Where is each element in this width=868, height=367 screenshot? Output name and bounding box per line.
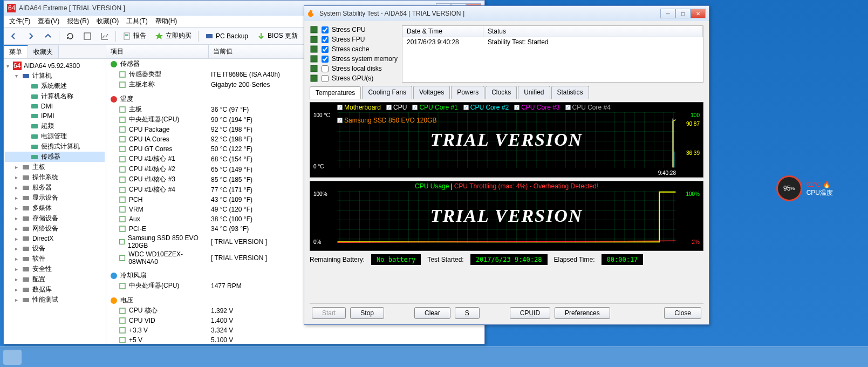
legend-checkbox[interactable]: ✓ (565, 105, 571, 110)
graph-tab[interactable]: Voltages (413, 86, 450, 99)
list-row[interactable]: +5 V5.100 V (106, 335, 484, 344)
stress-option[interactable]: Stress FPU (310, 35, 398, 44)
bios-update-button[interactable]: BIOS 更新 (254, 29, 301, 43)
stress-checkbox[interactable] (322, 65, 329, 72)
list-row[interactable]: +3.3 V3.324 V (106, 325, 484, 335)
menu-item[interactable]: 帮助(H) (152, 16, 181, 27)
stress-checkbox[interactable] (322, 36, 329, 43)
tree-item[interactable]: ▸服务器 (5, 182, 105, 193)
svg-rect-39 (120, 137, 125, 142)
tab-menu[interactable]: 菜单 (4, 45, 28, 58)
start-button[interactable] (3, 350, 22, 365)
tree-item[interactable]: ▸存储设备 (5, 213, 105, 223)
preferences-button[interactable]: Preferences (555, 307, 610, 319)
stress-checkbox[interactable] (322, 56, 329, 63)
report-button[interactable]: 报告 (119, 29, 149, 43)
tree-item[interactable]: ▸主板 (5, 162, 105, 172)
graph-tab[interactable]: Clocks (486, 86, 517, 99)
tree-item[interactable]: ▾计算机 (5, 71, 105, 81)
legend-item[interactable]: ✓Motherboard (337, 104, 381, 111)
legend-item[interactable]: ✓CPU Core #3 (514, 104, 559, 111)
tool-button-1[interactable] (80, 30, 95, 43)
legend-item[interactable]: ✓Samsung SSD 850 EVO 120GB (337, 117, 436, 124)
legend-checkbox[interactable]: ✓ (514, 105, 520, 110)
tree-item[interactable]: 超频 (5, 121, 105, 131)
stab-maximize-button[interactable]: □ (675, 9, 691, 18)
tree-item[interactable]: ▸操作系统 (5, 172, 105, 182)
tree-item[interactable]: IPMI (5, 111, 105, 121)
start-button[interactable]: Start (312, 307, 346, 319)
tree-item[interactable]: 电源管理 (5, 131, 105, 141)
tree-item[interactable]: ▸数据库 (5, 284, 105, 295)
stability-titlebar[interactable]: System Stability Test - AIDA64 [ TRIAL V… (304, 6, 709, 21)
svg-rect-50 (120, 255, 125, 261)
col-header-item[interactable]: 项目 (106, 45, 209, 58)
taskbar[interactable] (0, 346, 868, 367)
tree-item[interactable]: ▸网络设备 (5, 223, 105, 234)
save-button[interactable]: S (455, 307, 480, 319)
cpu-temp-widget[interactable]: 95% 91°C 🔥 CPU温度 (776, 175, 833, 201)
graph-tab[interactable]: Powers (451, 86, 484, 99)
legend-checkbox[interactable]: ✓ (412, 105, 418, 110)
chart-button[interactable] (97, 30, 112, 43)
menu-item[interactable]: 工具(T) (123, 16, 151, 27)
graph-tab[interactable]: Temperatures (310, 86, 361, 99)
stress-option[interactable]: Stress local disks (310, 64, 398, 73)
nav-back-button[interactable] (6, 30, 21, 43)
nav-fwd-button[interactable] (23, 30, 38, 43)
close-button[interactable]: Close (664, 307, 701, 319)
legend-checkbox[interactable]: ✓ (337, 105, 343, 110)
tree-item[interactable]: ▸软件 (5, 254, 105, 264)
tree-root[interactable]: ▾64AIDA64 v5.92.4300 (5, 61, 105, 71)
stab-minimize-button[interactable]: ─ (660, 9, 675, 18)
log-header-datetime[interactable]: Date & Time (402, 26, 483, 37)
legend-item[interactable]: ✓CPU Core #2 (463, 104, 509, 111)
tree-item[interactable]: ▸多媒体 (5, 203, 105, 213)
navigation-tree[interactable]: ▾64AIDA64 v5.92.4300▾计算机系统概述计算机名称DMIIPMI… (4, 59, 106, 344)
tree-item[interactable]: DMI (5, 101, 105, 111)
legend-checkbox[interactable]: ✓ (386, 105, 392, 110)
legend-checkbox[interactable]: ✓ (463, 105, 469, 110)
buy-now-button[interactable]: 立即购买 (152, 29, 195, 43)
stress-option[interactable]: Stress cache (310, 45, 398, 53)
menu-item[interactable]: 文件(F) (6, 16, 33, 27)
menu-item[interactable]: 收藏(O) (93, 16, 122, 27)
stress-checkbox[interactable] (322, 26, 329, 33)
tab-favorites[interactable]: 收藏夹 (28, 45, 59, 58)
cpuid-button[interactable]: CPUID (510, 307, 550, 319)
stress-checkbox[interactable] (322, 46, 329, 53)
tree-item[interactable]: ▸配置 (5, 274, 105, 284)
stress-checkbox[interactable] (322, 75, 329, 82)
refresh-button[interactable] (63, 30, 78, 43)
tree-item[interactable]: 便携式计算机 (5, 141, 105, 152)
graph-tab[interactable]: Statistics (551, 86, 589, 99)
log-row[interactable]: 2017/6/23 9:40:28Stability Test: Started (402, 37, 703, 47)
stop-button[interactable]: Stop (350, 307, 384, 319)
stab-close-button[interactable]: ✕ (691, 9, 706, 18)
clear-button[interactable]: Clear (414, 307, 450, 319)
pc-backup-button[interactable]: PC Backup (202, 30, 251, 43)
menu-item[interactable]: 报告(R) (64, 16, 92, 27)
legend-item[interactable]: ✓CPU (386, 104, 407, 111)
stress-option[interactable]: Stress CPU (310, 25, 398, 34)
tree-item[interactable]: 传感器 (5, 152, 105, 162)
tree-item[interactable]: ▸设备 (5, 243, 105, 254)
legend-item[interactable]: ✓CPU Core #4 (565, 104, 611, 111)
tree-item[interactable]: ▸安全性 (5, 264, 105, 274)
stress-options: Stress CPUStress FPUStress cacheStress s… (310, 25, 398, 83)
button-row: Start Stop Clear S CPUID Preferences Clo… (310, 303, 703, 320)
stress-option[interactable]: Stress GPU(s) (310, 74, 398, 83)
graph-tab[interactable]: Cooling Fans (362, 86, 412, 99)
tree-item[interactable]: ▸显示设备 (5, 193, 105, 203)
legend-checkbox[interactable]: ✓ (337, 118, 343, 123)
log-header-status[interactable]: Status (483, 26, 703, 37)
legend-item[interactable]: ✓CPU Core #1 (412, 104, 457, 111)
tree-item[interactable]: 系统概述 (5, 81, 105, 91)
tree-item[interactable]: 计算机名称 (5, 91, 105, 101)
stress-option[interactable]: Stress system memory (310, 55, 398, 63)
tree-item[interactable]: ▸DirectX (5, 234, 105, 243)
tree-item[interactable]: ▸性能测试 (5, 295, 105, 305)
nav-up-button[interactable] (40, 30, 56, 43)
graph-tab[interactable]: Unified (518, 86, 550, 99)
menu-item[interactable]: 查看(V) (35, 16, 63, 27)
